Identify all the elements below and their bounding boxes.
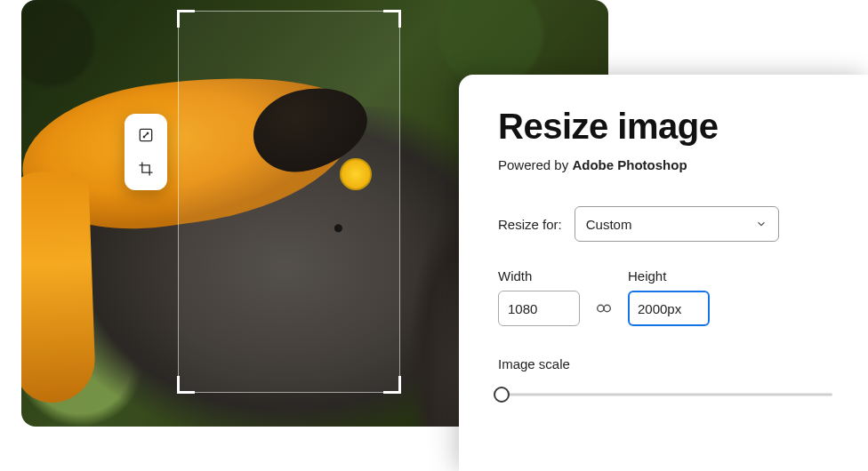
crop-handle-tr[interactable] [383, 10, 401, 28]
image-scale-label: Image scale [498, 356, 832, 371]
height-label: Height [628, 268, 710, 283]
panel-title: Resize image [498, 107, 832, 147]
svg-point-2 [604, 305, 610, 311]
chevron-down-icon [755, 218, 768, 230]
crop-icon [137, 160, 155, 178]
resize-for-label: Resize for: [498, 217, 562, 232]
height-value: 2000px [638, 301, 681, 316]
slider-thumb[interactable] [494, 387, 510, 403]
powered-prefix: Powered by [498, 157, 572, 172]
crop-handle-br[interactable] [383, 376, 401, 394]
powered-brand: Adobe Photoshop [572, 157, 687, 172]
resize-for-select[interactable]: Custom [575, 206, 779, 242]
height-input[interactable]: 2000px [628, 291, 710, 326]
link-dimensions-button[interactable] [594, 291, 614, 326]
slider-track [498, 394, 832, 396]
resize-for-value: Custom [586, 217, 632, 232]
crop-frame[interactable] [178, 11, 400, 393]
width-input[interactable]: 1080 [498, 291, 580, 326]
crop-handle-tl[interactable] [177, 10, 195, 28]
image-scale-slider[interactable] [498, 386, 832, 403]
svg-point-1 [598, 305, 604, 311]
width-label: Width [498, 268, 580, 283]
crop-handle-bl[interactable] [177, 376, 195, 394]
tool-toolbar [125, 114, 167, 190]
crop-tool-button[interactable] [132, 155, 160, 183]
resize-tool-button[interactable] [132, 121, 160, 149]
powered-by-text: Powered by Adobe Photoshop [498, 157, 832, 172]
resize-icon [137, 126, 155, 144]
link-icon [594, 299, 614, 318]
resize-panel: Resize image Powered by Adobe Photoshop … [459, 75, 868, 471]
width-value: 1080 [508, 301, 537, 316]
